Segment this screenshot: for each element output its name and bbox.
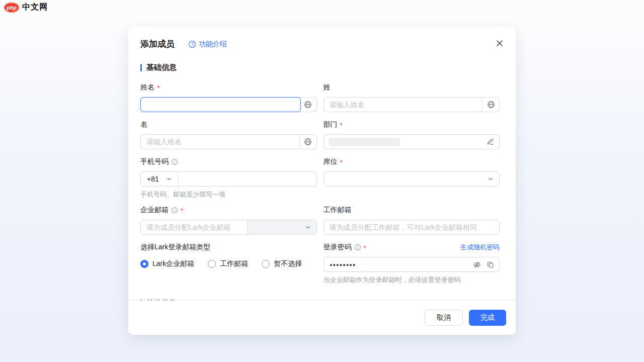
required-marker: * — [364, 244, 366, 252]
full-name-label: 姓名 — [140, 83, 154, 92]
last-name-label-row: 姓 — [324, 82, 500, 93]
radio-label: Lark企业邮箱 — [152, 259, 194, 268]
required-marker: * — [340, 121, 343, 129]
phone-hint: 手机号码、邮箱至少填写一项 — [140, 190, 317, 199]
section-basic-info: 基础信息 — [140, 62, 500, 72]
radio-lark-enterprise-email[interactable]: Lark企业邮箱 — [140, 259, 194, 268]
work-email-group — [324, 220, 500, 235]
modal-header: 添加成员 ? 功能介绍 — [128, 27, 516, 57]
php-logo-icon: php — [4, 3, 19, 13]
chevron-down-icon — [166, 175, 173, 183]
full-name-group — [140, 97, 317, 112]
phone-label: 手机号码 — [140, 157, 169, 166]
full-name-input[interactable] — [140, 97, 301, 112]
field-password: 登录密码 * 生成随机密码 — [324, 242, 500, 285]
password-label-left: 登录密码 * — [324, 243, 366, 252]
required-marker: * — [340, 158, 343, 166]
login-email-type-label-row: 选择Lark登录邮箱类型 — [140, 242, 317, 252]
chevron-down-icon — [304, 224, 311, 231]
password-actions — [473, 260, 494, 268]
help-circle-icon: ? — [188, 40, 196, 48]
field-first-name: 名 — [140, 120, 317, 149]
enterprise-email-label: 企业邮箱 — [140, 206, 169, 215]
enterprise-email-input[interactable] — [141, 220, 247, 234]
language-globe-icon[interactable] — [482, 98, 499, 112]
last-name-input[interactable] — [324, 98, 482, 112]
info-icon[interactable] — [354, 244, 361, 251]
generate-password-link[interactable]: 生成随机密码 — [460, 243, 500, 252]
password-input[interactable] — [329, 257, 473, 272]
chevron-down-icon — [487, 175, 494, 183]
department-label: 部门 — [324, 120, 338, 129]
phone-label-row: 手机号码 — [140, 157, 317, 167]
enterprise-email-group — [140, 220, 317, 235]
confirm-button[interactable]: 完成 — [469, 310, 506, 326]
country-code-select[interactable]: +81 — [141, 172, 178, 186]
password-label-row: 登录密码 * 生成随机密码 — [324, 242, 500, 252]
edit-pencil-icon[interactable] — [486, 138, 494, 146]
country-code-value: +81 — [147, 175, 159, 183]
language-globe-icon[interactable] — [300, 97, 317, 112]
eye-off-icon[interactable] — [473, 260, 481, 268]
work-email-input[interactable] — [324, 220, 500, 234]
field-department: 部门 * — [324, 120, 500, 149]
required-marker: * — [181, 207, 183, 215]
first-name-label-row: 名 — [140, 120, 317, 130]
department-label-row: 部门 * — [324, 120, 500, 130]
radio-label: 暂不选择 — [274, 259, 302, 268]
email-domain-select[interactable] — [247, 220, 316, 234]
svg-text:?: ? — [191, 42, 194, 47]
phone-input[interactable] — [178, 172, 316, 186]
modal-title: 添加成员 — [140, 38, 175, 50]
site-name: 中文网 — [22, 2, 48, 13]
radio-unselected-icon — [208, 260, 216, 268]
language-globe-icon[interactable] — [299, 135, 316, 149]
basic-info-grid: 姓名 * 姓 — [140, 82, 500, 292]
field-work-email: 工作邮箱 — [324, 205, 500, 235]
info-icon[interactable] — [171, 207, 178, 214]
work-email-label: 工作邮箱 — [324, 206, 352, 215]
modal-footer: 取消 完成 — [128, 300, 516, 335]
cancel-button[interactable]: 取消 — [425, 310, 463, 326]
feature-intro-label: 功能介绍 — [199, 40, 227, 49]
add-member-modal: 添加成员 ? 功能介绍 基础信息 姓名 * — [128, 27, 516, 335]
field-full-name: 姓名 * — [140, 82, 317, 112]
field-login-email-type: 选择Lark登录邮箱类型 Lark企业邮箱 工作邮箱 暂不选择 — [140, 242, 317, 285]
field-last-name: 姓 — [324, 82, 500, 112]
radio-label: 工作邮箱 — [220, 259, 248, 268]
info-icon[interactable] — [171, 158, 178, 165]
first-name-input[interactable] — [141, 135, 299, 149]
password-label: 登录密码 — [324, 243, 352, 252]
radio-work-email[interactable]: 工作邮箱 — [208, 259, 248, 268]
required-marker: * — [157, 84, 159, 92]
field-enterprise-email: 企业邮箱 * — [140, 205, 317, 235]
last-name-label: 姓 — [324, 83, 331, 92]
enterprise-email-label-row: 企业邮箱 * — [140, 205, 317, 215]
phone-group: +81 — [140, 171, 317, 187]
last-name-group — [324, 97, 500, 112]
copy-icon[interactable] — [487, 261, 494, 268]
full-name-label-row: 姓名 * — [140, 82, 317, 93]
radio-skip[interactable]: 暂不选择 — [262, 259, 302, 268]
first-name-group — [140, 134, 317, 149]
work-email-label-row: 工作邮箱 — [324, 205, 500, 215]
department-loading-skeleton — [329, 138, 400, 146]
login-email-type-options: Lark企业邮箱 工作邮箱 暂不选择 — [140, 259, 317, 269]
modal-body: 基础信息 姓名 * 姓 — [128, 57, 516, 300]
department-picker[interactable] — [324, 134, 500, 149]
radio-unselected-icon — [262, 260, 270, 268]
seat-label: 席位 — [324, 157, 338, 166]
login-email-type-label: 选择Lark登录邮箱类型 — [140, 243, 210, 252]
site-brand[interactable]: php 中文网 — [4, 2, 48, 13]
field-phone: 手机号码 +81 手机号码、邮箱至少填写一项 — [140, 157, 317, 199]
password-group — [324, 257, 500, 272]
close-icon[interactable] — [494, 37, 506, 49]
first-name-label: 名 — [140, 120, 147, 129]
field-seat: 席位 * — [324, 157, 500, 199]
seat-label-row: 席位 * — [324, 157, 500, 167]
radio-selected-icon — [140, 260, 148, 268]
password-hint: 当企业邮箱作为登录邮箱时，必须设置登录密码 — [324, 276, 500, 285]
seat-select[interactable] — [324, 171, 500, 187]
feature-intro-link[interactable]: ? 功能介绍 — [188, 40, 227, 49]
